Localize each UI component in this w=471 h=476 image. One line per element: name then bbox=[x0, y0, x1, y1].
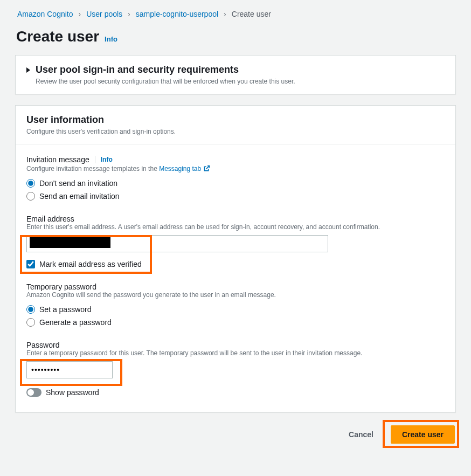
create-user-button[interactable]: Create user bbox=[391, 425, 455, 444]
user-info-subtext: Configure this user's verification and s… bbox=[26, 128, 445, 135]
radio-dont-send-label: Don't send an invitation bbox=[39, 179, 117, 188]
radio-set-password[interactable]: Set a password bbox=[26, 303, 445, 316]
radio-dont-send-input[interactable] bbox=[26, 179, 35, 188]
user-info-panel: User information Configure this user's v… bbox=[15, 105, 456, 412]
breadcrumb-link-userpools[interactable]: User pools bbox=[86, 10, 122, 18]
password-label: Password bbox=[26, 341, 445, 349]
invitation-group: Invitation message Info Configure invita… bbox=[26, 155, 445, 203]
email-verified-checkbox[interactable] bbox=[26, 260, 35, 268]
temp-password-desc: Amazon Cognito will send the password yo… bbox=[26, 291, 445, 299]
footer-actions: Cancel Create user bbox=[15, 423, 456, 446]
caret-right-icon bbox=[26, 67, 30, 73]
radio-set-password-input[interactable] bbox=[26, 305, 35, 314]
breadcrumb: Amazon Cognito › User pools › sample-cog… bbox=[15, 6, 456, 28]
temp-password-label: Temporary password bbox=[26, 282, 445, 291]
messaging-tab-link[interactable]: Messaging tab bbox=[159, 165, 210, 173]
invitation-info-link[interactable]: Info bbox=[101, 156, 113, 163]
redacted-overlay bbox=[30, 237, 110, 248]
radio-set-password-label: Set a password bbox=[39, 305, 92, 314]
chevron-right-icon: › bbox=[224, 10, 226, 18]
password-group: Password Enter a temporary password for … bbox=[26, 341, 445, 399]
password-desc: Enter a temporary password for this user… bbox=[26, 349, 445, 357]
radio-generate-password[interactable]: Generate a password bbox=[26, 316, 445, 329]
user-info-title: User information bbox=[26, 114, 445, 126]
breadcrumb-link-pool[interactable]: sample-cognito-userpool bbox=[136, 10, 218, 18]
invitation-label: Invitation message bbox=[26, 155, 89, 164]
breadcrumb-link-cognito[interactable]: Amazon Cognito bbox=[17, 10, 73, 18]
cancel-button[interactable]: Cancel bbox=[338, 425, 384, 444]
email-group: Email address Enter this user's email ad… bbox=[26, 215, 445, 271]
radio-generate-password-label: Generate a password bbox=[39, 318, 112, 327]
chevron-right-icon: › bbox=[128, 10, 130, 18]
email-verified-row[interactable]: Mark email address as verified bbox=[26, 258, 445, 271]
breadcrumb-current: Create user bbox=[232, 10, 271, 18]
email-label: Email address bbox=[26, 215, 445, 223]
temp-password-group: Temporary password Amazon Cognito will s… bbox=[26, 282, 445, 329]
divider-icon bbox=[95, 156, 95, 163]
show-password-label: Show password bbox=[46, 388, 99, 397]
radio-send-email[interactable]: Send an email invitation bbox=[26, 190, 445, 203]
email-desc: Enter this user's email address. A user'… bbox=[26, 223, 445, 231]
invitation-desc: Configure invitation message templates i… bbox=[26, 165, 445, 173]
requirements-title: User pool sign-in and security requireme… bbox=[36, 64, 295, 75]
password-input[interactable] bbox=[26, 361, 113, 378]
radio-send-email-label: Send an email invitation bbox=[39, 192, 120, 201]
radio-generate-password-input[interactable] bbox=[26, 318, 35, 327]
info-link[interactable]: Info bbox=[105, 35, 117, 43]
radio-dont-send[interactable]: Don't send an invitation bbox=[26, 177, 445, 190]
page-title-row: Create user Info bbox=[16, 28, 456, 45]
requirements-panel: User pool sign-in and security requireme… bbox=[15, 55, 456, 94]
show-password-toggle[interactable] bbox=[26, 388, 41, 397]
requirements-expand[interactable]: User pool sign-in and security requireme… bbox=[26, 64, 445, 85]
requirements-subtext: Review the user pool security configurat… bbox=[36, 78, 295, 85]
external-link-icon bbox=[203, 165, 210, 172]
radio-send-email-input[interactable] bbox=[26, 192, 35, 201]
chevron-right-icon: › bbox=[79, 10, 81, 18]
page-title: Create user bbox=[16, 28, 99, 45]
email-verified-label: Mark email address as verified bbox=[39, 260, 142, 268]
